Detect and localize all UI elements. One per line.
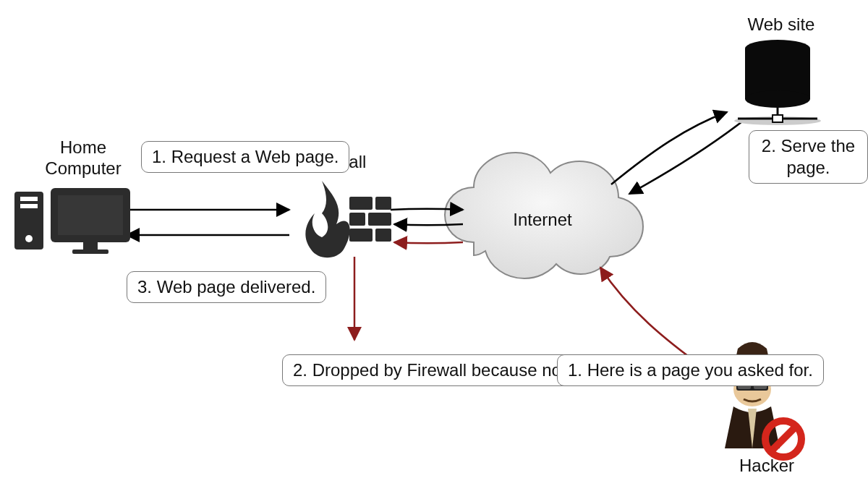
callout-serve-page: 2. Serve the page.: [749, 130, 868, 184]
svg-rect-16: [745, 48, 810, 99]
home-computer-icon: [14, 188, 130, 254]
svg-point-15: [745, 40, 810, 57]
arrow-website-to-internet: [629, 119, 745, 194]
diagram-canvas: [0, 0, 868, 486]
firewall-icon: [305, 181, 391, 257]
callout-page-delivered: 3. Web page delivered.: [127, 271, 326, 303]
svg-rect-5: [58, 195, 123, 235]
svg-rect-13: [349, 229, 373, 242]
svg-line-29: [771, 427, 796, 451]
arrow-internet-to-firewall-hacker: [394, 242, 463, 244]
website-label: Web site: [731, 14, 832, 35]
arrow-firewall-to-internet: [391, 209, 463, 210]
svg-rect-4: [51, 188, 130, 242]
arrow-hacker-to-internet: [600, 268, 705, 369]
svg-rect-1: [20, 197, 38, 201]
home-computer-label: Home Computer: [29, 137, 137, 179]
callout-request-page: 1. Request a Web page.: [141, 141, 349, 173]
svg-rect-6: [58, 195, 123, 235]
internet-label: Internet: [499, 210, 586, 231]
svg-rect-8: [72, 250, 109, 254]
hacker-label: Hacker: [716, 456, 817, 477]
svg-rect-2: [20, 204, 38, 208]
svg-point-18: [734, 116, 821, 125]
svg-rect-10: [375, 197, 391, 210]
svg-rect-11: [349, 213, 365, 226]
arrow-internet-to-website: [611, 112, 727, 184]
svg-rect-0: [14, 192, 43, 250]
svg-point-17: [745, 90, 810, 108]
svg-rect-12: [368, 213, 391, 226]
arrow-internet-to-firewall: [394, 224, 463, 226]
svg-rect-9: [349, 197, 373, 210]
svg-rect-20: [773, 115, 783, 122]
website-server-icon: [734, 40, 821, 125]
svg-point-28: [765, 421, 801, 457]
callout-here-is-page: 1. Here is a page you asked for.: [557, 354, 824, 386]
svg-rect-14: [375, 229, 391, 242]
svg-rect-7: [83, 242, 98, 250]
svg-point-3: [25, 235, 33, 242]
